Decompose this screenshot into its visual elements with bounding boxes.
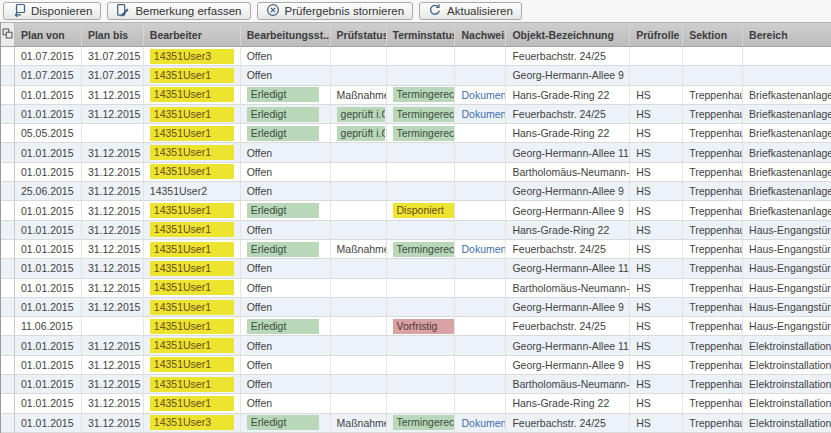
row-selector[interactable] bbox=[1, 201, 15, 220]
cell-sektion: Treppenhaus bbox=[683, 86, 743, 105]
col-header-plan-bis[interactable]: Plan bis bbox=[82, 23, 144, 46]
cell-bearbeiter: 14351User2 bbox=[144, 182, 241, 201]
document-link[interactable]: Dokument bbox=[461, 108, 506, 120]
row-selector[interactable] bbox=[1, 143, 15, 162]
cell-plan_bis: 31.12.2015 bbox=[82, 336, 144, 355]
status-chip: 14351User1 bbox=[150, 300, 234, 315]
table-row[interactable]: 01.01.201531.12.201514351User1ErledigtMa… bbox=[1, 86, 831, 105]
row-selector[interactable] bbox=[1, 394, 15, 413]
table-row[interactable]: 01.01.201531.12.201514351User1ErledigtMa… bbox=[1, 240, 831, 259]
row-selector[interactable] bbox=[1, 86, 15, 105]
row-selector[interactable] bbox=[1, 66, 15, 85]
row-selector[interactable] bbox=[1, 317, 15, 336]
col-header-bereich[interactable]: Bereich bbox=[743, 23, 831, 46]
results-table: Plan von Plan bis Bearbeiter Bearbeitung… bbox=[0, 22, 831, 433]
row-selector[interactable] bbox=[1, 298, 15, 317]
cell-pruefstatus bbox=[331, 143, 387, 162]
col-header-objekt-bezeichnung[interactable]: Objekt-Bezeichnung bbox=[506, 23, 630, 46]
row-selector[interactable] bbox=[1, 279, 15, 298]
cell-pruefstatus bbox=[331, 66, 387, 85]
cell-plan_bis: 31.12.2015 bbox=[82, 143, 144, 162]
cell-terminstatus bbox=[387, 375, 456, 394]
table-row[interactable]: 01.01.201531.12.201514351User1OffenBarth… bbox=[1, 279, 831, 298]
cell-terminstatus bbox=[387, 394, 456, 413]
cell-objekt: Feuerbachstr. 24/25 bbox=[506, 47, 630, 66]
cell-bstatus: Offen bbox=[241, 66, 331, 85]
cell-nachweis: Dokument bbox=[455, 240, 506, 259]
table-row[interactable]: 01.01.201531.12.201514351User3ErledigtMa… bbox=[1, 414, 831, 433]
status-chip: Erledigt bbox=[247, 415, 319, 430]
col-header-pruefstatus[interactable]: Prüfstatus bbox=[331, 23, 387, 46]
cell-plan_von: 01.01.2015 bbox=[15, 163, 82, 182]
col-header-bearbeiter[interactable]: Bearbeiter bbox=[144, 23, 241, 46]
document-link[interactable]: Dokument bbox=[461, 417, 506, 429]
cell-plan_von: 01.01.2015 bbox=[15, 221, 82, 240]
cell-pruefrolle: HS bbox=[630, 279, 683, 298]
table-row[interactable]: 01.07.201531.07.201514351User3OffenFeuer… bbox=[1, 47, 831, 66]
cell-plan_von: 01.01.2015 bbox=[15, 240, 82, 259]
row-selector[interactable] bbox=[1, 182, 15, 201]
cell-terminstatus: Termingerecht bbox=[387, 414, 456, 433]
status-chip: geprüft i.O. bbox=[337, 107, 385, 122]
row-selector[interactable] bbox=[1, 356, 15, 375]
row-selector[interactable] bbox=[1, 336, 15, 355]
cell-terminstatus bbox=[387, 259, 456, 278]
table-row[interactable]: 01.01.201531.12.201514351User1ErledigtDi… bbox=[1, 201, 831, 220]
row-selector[interactable] bbox=[1, 259, 15, 278]
aktualisieren-label: Aktualisieren bbox=[447, 5, 513, 17]
table-row[interactable]: 01.01.201531.12.201514351User1OffenGeorg… bbox=[1, 356, 831, 375]
document-link[interactable]: Dokument bbox=[461, 89, 506, 101]
table-row[interactable]: 01.01.201531.12.201514351User1OffenHans-… bbox=[1, 221, 831, 240]
select-all-header[interactable] bbox=[1, 23, 15, 46]
row-selector[interactable] bbox=[1, 47, 15, 66]
table-row[interactable]: 01.01.201531.12.201514351User1OffenBarth… bbox=[1, 163, 831, 182]
document-link[interactable]: Dokument bbox=[461, 243, 506, 255]
cell-objekt: Georg-Hermann-Allee 9 bbox=[506, 201, 630, 220]
row-selector[interactable] bbox=[1, 124, 15, 143]
table-row[interactable]: 01.01.201531.12.201514351User1OffenGeorg… bbox=[1, 143, 831, 162]
disponieren-label: Disponieren bbox=[31, 5, 92, 17]
cell-objekt: Georg-Hermann-Allee 9 bbox=[506, 182, 630, 201]
table-row[interactable]: 01.01.201531.12.201514351User1OffenGeorg… bbox=[1, 259, 831, 278]
col-header-bearbeitungsstatus[interactable]: Bearbeitungsst... bbox=[241, 23, 331, 46]
col-header-terminstatus[interactable]: Terminstatus bbox=[387, 23, 456, 46]
col-header-nachweis[interactable]: Nachweis bbox=[455, 23, 506, 46]
table-row[interactable]: 01.07.201531.07.201514351User1OffenGeorg… bbox=[1, 66, 831, 85]
cell-plan_bis: 31.12.2015 bbox=[82, 298, 144, 317]
disponieren-button[interactable]: Disponieren bbox=[3, 2, 101, 20]
cell-nachweis bbox=[455, 201, 506, 220]
table-row[interactable]: 25.06.201531.12.201514351User2OffenGeorg… bbox=[1, 182, 831, 201]
aktualisieren-button[interactable]: Aktualisieren bbox=[419, 2, 522, 20]
cell-bstatus: Offen bbox=[241, 279, 331, 298]
cell-bereich: Haus-Engangstür bbox=[743, 298, 831, 317]
cell-bereich: Haus-Engangstür bbox=[743, 259, 831, 278]
row-selector[interactable] bbox=[1, 163, 15, 182]
cell-pruefstatus bbox=[331, 356, 387, 375]
col-header-plan-von[interactable]: Plan von bbox=[15, 23, 82, 46]
pruefergebnis-stornieren-button[interactable]: Prüfergebnis stornieren bbox=[257, 2, 414, 20]
row-selector[interactable] bbox=[1, 105, 15, 124]
row-selector[interactable] bbox=[1, 221, 15, 240]
cell-nachweis bbox=[455, 221, 506, 240]
cell-plan_bis: 31.12.2015 bbox=[82, 201, 144, 220]
col-header-sektion[interactable]: Sektion bbox=[683, 23, 743, 46]
col-header-pruefrolle[interactable]: Prüfrolle bbox=[630, 23, 683, 46]
table-row[interactable]: 11.06.201514351User1ErledigtVorfristigFe… bbox=[1, 317, 831, 336]
table-row[interactable]: 05.05.201514351User1Erledigtgeprüft i.O.… bbox=[1, 124, 831, 143]
row-selector[interactable] bbox=[1, 375, 15, 394]
table-row[interactable]: 01.01.201531.12.201514351User1Erledigtge… bbox=[1, 105, 831, 124]
status-chip: 14351User1 bbox=[150, 242, 234, 257]
cell-nachweis bbox=[455, 279, 506, 298]
row-selector[interactable] bbox=[1, 240, 15, 259]
cell-bstatus: Offen bbox=[241, 47, 331, 66]
table-row[interactable]: 01.01.201531.12.201514351User1OffenGeorg… bbox=[1, 298, 831, 317]
row-selector[interactable] bbox=[1, 414, 15, 433]
cell-plan_von: 01.01.2015 bbox=[15, 414, 82, 433]
table-row[interactable]: 01.01.201531.12.201514351User1OffenGeorg… bbox=[1, 336, 831, 355]
cell-bstatus: Offen bbox=[241, 143, 331, 162]
table-row[interactable]: 01.01.201531.12.201514351User1OffenHans-… bbox=[1, 394, 831, 413]
cell-pruefstatus bbox=[331, 298, 387, 317]
table-row[interactable]: 01.01.201531.12.201514351User1OffenBarth… bbox=[1, 375, 831, 394]
bemerkung-erfassen-button[interactable]: Bemerkung erfassen bbox=[107, 2, 250, 20]
edit-note-icon bbox=[116, 3, 130, 19]
